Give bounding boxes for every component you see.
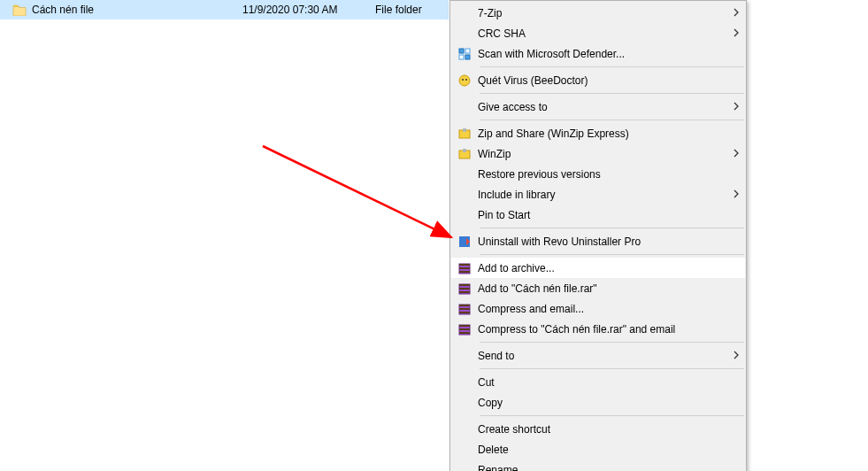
- menu-separator: [480, 415, 744, 416]
- blank-icon: [455, 187, 474, 203]
- winrar-icon: [455, 301, 474, 317]
- menu-compress-rar-email[interactable]: Compress to "Cách nén file.rar" and emai…: [451, 319, 745, 339]
- revo-icon: [455, 234, 474, 250]
- menu-separator: [480, 66, 744, 67]
- menu-separator: [480, 93, 744, 94]
- winrar-icon: [455, 281, 474, 297]
- menu-separator: [480, 228, 744, 228]
- blank-icon: [455, 348, 474, 364]
- chevron-right-icon: [726, 7, 740, 19]
- svg-rect-3: [465, 55, 470, 59]
- chevron-right-icon: [726, 350, 740, 362]
- menu-seven-zip[interactable]: 7-Zip: [451, 3, 745, 23]
- annotation-arrow: [258, 142, 462, 248]
- svg-rect-19: [459, 291, 470, 293]
- file-date: 11/9/2020 07:30 AM: [242, 4, 375, 16]
- svg-rect-14: [459, 267, 470, 269]
- svg-rect-8: [463, 128, 466, 132]
- menu-send-to[interactable]: Send to: [451, 345, 745, 366]
- svg-rect-27: [459, 332, 470, 334]
- menu-crc-sha[interactable]: CRC SHA: [451, 23, 745, 43]
- menu-separator: [480, 120, 744, 120]
- blank-icon: [455, 166, 474, 182]
- menu-add-to-rar[interactable]: Add to "Cách nén file.rar": [451, 278, 745, 298]
- menu-zip-and-share[interactable]: Zip and Share (WinZip Express): [451, 123, 745, 143]
- svg-rect-0: [459, 49, 464, 53]
- context-menu: 7-Zip CRC SHA Scan with Microsoft Defend…: [449, 0, 747, 471]
- blank-icon: [455, 5, 474, 21]
- menu-quet-virus[interactable]: Quét Virus (BeeDoctor): [451, 70, 745, 90]
- menu-create-shortcut[interactable]: Create shortcut: [451, 419, 745, 439]
- menu-delete[interactable]: Delete: [451, 439, 745, 459]
- blank-icon: [455, 374, 474, 390]
- menu-separator: [480, 254, 744, 255]
- menu-copy[interactable]: Copy: [451, 392, 745, 413]
- svg-rect-18: [459, 288, 470, 290]
- menu-cut[interactable]: Cut: [451, 372, 745, 392]
- svg-rect-23: [459, 312, 470, 313]
- blank-icon: [455, 99, 474, 115]
- defender-icon: [455, 46, 474, 62]
- menu-winzip[interactable]: WinZip: [451, 143, 745, 164]
- menu-include-library[interactable]: Include in library: [451, 184, 745, 205]
- svg-rect-17: [459, 284, 470, 286]
- menu-restore-previous[interactable]: Restore previous versions: [451, 164, 745, 184]
- menu-revo-uninstall[interactable]: Uninstall with Revo Uninstaller Pro: [451, 231, 745, 251]
- menu-separator: [480, 368, 744, 369]
- winzip-icon: [455, 146, 474, 162]
- svg-rect-13: [459, 264, 470, 266]
- svg-rect-1: [465, 49, 470, 53]
- svg-rect-10: [463, 149, 466, 152]
- menu-give-access[interactable]: Give access to: [451, 97, 745, 117]
- svg-point-6: [465, 79, 467, 81]
- menu-add-archive[interactable]: Add to archive...: [451, 258, 745, 278]
- blank-icon: [455, 421, 474, 437]
- folder-icon: [12, 4, 27, 16]
- svg-line-29: [263, 146, 451, 237]
- svg-rect-22: [459, 308, 470, 310]
- menu-pin-start[interactable]: Pin to Start: [451, 205, 745, 225]
- menu-defender[interactable]: Scan with Microsoft Defender...: [451, 43, 745, 64]
- menu-compress-email[interactable]: Compress and email...: [451, 298, 745, 319]
- winzip-icon: [455, 126, 474, 142]
- chevron-right-icon: [726, 148, 740, 160]
- menu-separator: [480, 342, 744, 343]
- blank-icon: [455, 26, 474, 42]
- chevron-right-icon: [726, 189, 740, 201]
- blank-icon: [455, 442, 474, 458]
- blank-icon: [455, 207, 474, 223]
- svg-rect-26: [459, 328, 470, 330]
- svg-point-5: [462, 79, 464, 81]
- file-row[interactable]: Cách nén file 11/9/2020 07:30 AM File fo…: [0, 0, 449, 19]
- winrar-icon: [455, 321, 474, 337]
- svg-rect-15: [459, 271, 470, 273]
- beedoctor-icon: [455, 73, 474, 89]
- svg-rect-25: [459, 325, 470, 327]
- svg-point-4: [459, 75, 470, 86]
- svg-rect-2: [459, 55, 464, 59]
- file-type: File folder: [375, 4, 422, 16]
- winrar-icon: [455, 260, 474, 276]
- blank-icon: [455, 395, 474, 411]
- menu-rename[interactable]: Rename: [451, 459, 745, 471]
- chevron-right-icon: [726, 27, 740, 40]
- file-name: Cách nén file: [32, 4, 242, 16]
- svg-rect-21: [459, 305, 470, 306]
- chevron-right-icon: [726, 101, 740, 113]
- blank-icon: [455, 462, 474, 472]
